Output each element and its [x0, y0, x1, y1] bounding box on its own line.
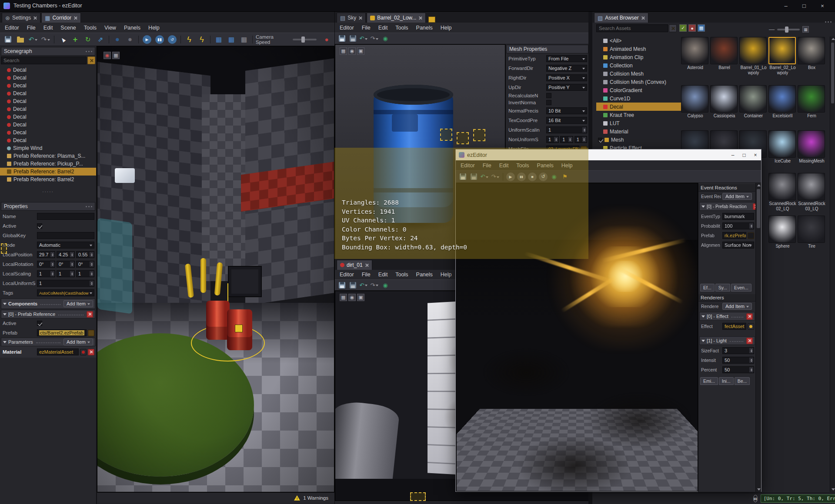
position-z-field[interactable]: 0.55 — [76, 251, 94, 258]
spinner[interactable] — [90, 271, 94, 276]
asset-thumbnail-cell[interactable]: Sphere — [768, 216, 797, 249]
collapse-icon[interactable] — [3, 313, 7, 317]
undo-button[interactable]: ↶ — [28, 34, 38, 45]
transform-assets-icon[interactable]: ✓ — [679, 24, 687, 32]
tab-asset-browser[interactable]: ▧ Asset Browser — [594, 13, 648, 23]
type-filter-checkbox[interactable] — [598, 138, 602, 142]
panel-tab[interactable]: Be... — [735, 377, 750, 385]
view-options-icon[interactable]: ▦ — [802, 26, 809, 33]
asset-thumbnail-cell-selected[interactable]: Barrel_02_Lowpoly — [768, 37, 797, 76]
menu-item[interactable]: Help — [144, 23, 164, 33]
spinner[interactable] — [749, 348, 753, 353]
camera-icon[interactable]: ◉ — [348, 294, 356, 301]
globalkey-field[interactable] — [37, 232, 94, 239]
tab-sky[interactable]: ▤ Sky — [337, 13, 366, 23]
spinner[interactable] — [70, 252, 74, 257]
nonuniform-x-field[interactable]: 1 — [546, 136, 559, 143]
save-button[interactable] — [337, 34, 346, 43]
simulate-button[interactable]: ↺ — [167, 34, 177, 45]
close-button[interactable]: × — [813, 0, 832, 11]
menu-item[interactable]: Panels — [412, 23, 437, 33]
asset-thumbnail-cell[interactable]: IceCube — [768, 130, 797, 164]
undo-button[interactable]: ↶ — [359, 34, 368, 43]
save-all-button[interactable] — [348, 34, 357, 43]
world-space-button[interactable]: ● — [112, 34, 123, 45]
menu-item[interactable]: Panels — [120, 23, 144, 33]
box-icon[interactable]: ▣ — [357, 294, 364, 301]
menu-item[interactable]: File — [358, 23, 374, 33]
percentage-field[interactable]: 50 — [722, 366, 754, 373]
asset-type-item[interactable]: LUT — [596, 119, 681, 127]
scale-tool-button[interactable]: ⇗ — [95, 34, 106, 45]
scene-viewport-3d[interactable]: ◉ ▦ — [97, 46, 334, 492]
scenegraph-item[interactable]: Decal — [0, 90, 96, 97]
collapse-icon[interactable] — [3, 341, 7, 345]
asset-thumbnail-cell[interactable]: ScannedRock03_LQ — [798, 173, 826, 212]
scenegraph-item[interactable]: Decal — [0, 66, 96, 74]
menu-item[interactable]: Panels — [412, 270, 437, 279]
uniform-scale-field[interactable]: 1 — [37, 280, 94, 287]
grid-view-icon[interactable]: ▦ — [698, 24, 705, 32]
asset-thumbnail-cell[interactable]: Barrel_01_Lowpoly — [739, 37, 768, 76]
failed-assets-icon[interactable]: ● — [688, 24, 696, 32]
scenegraph-item[interactable]: Prefab Reference: Plasma_S... — [0, 152, 96, 160]
effect-field[interactable]: fectAsset — [722, 323, 746, 330]
spinner[interactable] — [70, 262, 74, 267]
scale-x-field[interactable]: 1 — [37, 270, 55, 277]
collapse-icon[interactable] — [701, 315, 705, 319]
scenegraph-item[interactable]: Decal — [0, 82, 96, 90]
snap-grid-button[interactable]: ▦ — [214, 34, 224, 45]
web-export-button[interactable]: ◉ — [381, 34, 390, 43]
asset-thumbnail-cell[interactable]: Fern — [798, 85, 826, 119]
prefab-field[interactable]: rk.ezPrefab — [722, 232, 746, 239]
add-event-reaction-button[interactable]: Add Item — [722, 193, 752, 200]
web-export-button[interactable]: ◉ — [381, 281, 390, 289]
alignment-select[interactable]: Surface Non — [722, 242, 754, 249]
primitive-type-select[interactable]: From File — [546, 55, 587, 62]
tags-select[interactable]: AutoColMesh|CastShadow — [37, 289, 94, 296]
asset-thumbnail-cell[interactable]: Barrel — [710, 37, 738, 70]
renderer0-section-header[interactable]: [0] - Effect — [699, 312, 755, 321]
spinner[interactable] — [582, 137, 586, 142]
scroll-down-icon[interactable] — [757, 488, 761, 491]
close-tab-icon[interactable] — [641, 16, 645, 20]
asset-thumbnail-cell[interactable]: Box — [798, 37, 826, 70]
browse-asset-button[interactable] — [88, 330, 94, 336]
camera-icon[interactable]: ◉ — [104, 52, 111, 59]
component0-section-header[interactable]: [0] - Prefab Reference — [1, 310, 95, 318]
menu-item[interactable]: Edit — [374, 23, 392, 33]
name-field[interactable] — [37, 213, 94, 220]
close-tab-icon[interactable] — [358, 16, 362, 20]
asset-thumbnail-cell[interactable]: ScannedRock02_LQ — [768, 173, 797, 212]
spinner[interactable] — [749, 223, 753, 229]
scroll-down-icon[interactable] — [832, 488, 835, 491]
clear-search-button[interactable] — [669, 24, 677, 32]
panel-tab[interactable]: Emi... — [700, 377, 718, 385]
panel-scrollbar[interactable] — [755, 183, 761, 492]
redo-button[interactable]: ↷ — [370, 281, 379, 289]
scenegraph-item[interactable]: Decal — [0, 97, 96, 105]
menu-item[interactable]: File — [358, 270, 374, 279]
rotate-tool-button[interactable]: ↻ — [83, 34, 93, 45]
scenegraph-item[interactable]: Decal — [0, 136, 96, 144]
scenegraph-item[interactable]: Decal — [0, 105, 96, 113]
scenegraph-item[interactable]: Prefab Reference: Pickup_P... — [0, 160, 96, 168]
menu-item[interactable]: Editor — [457, 160, 479, 170]
scenegraph-item[interactable]: Prefab Reference: Barrel2 — [0, 176, 96, 183]
effect-asset-button[interactable] — [748, 323, 754, 330]
up-dir-select[interactable]: Positive Y — [546, 84, 587, 91]
close-tab-icon[interactable] — [33, 16, 37, 20]
menu-item[interactable]: Tools — [391, 270, 412, 279]
asset-thumbnail-cell[interactable]: Tire — [798, 216, 826, 249]
asset-search-input[interactable] — [596, 24, 668, 32]
nonuniform-y-field[interactable]: 1 — [560, 136, 573, 143]
prefab-field[interactable]: cts/Barrel2.ezPrefab — [37, 329, 87, 336]
add-renderer-button[interactable]: Add Item — [722, 303, 752, 310]
minimize-button[interactable]: – — [777, 0, 795, 11]
save-button[interactable] — [3, 34, 13, 45]
close-button[interactable]: × — [750, 150, 761, 160]
menu-item[interactable]: Tools — [512, 160, 533, 170]
menu-item[interactable]: Help — [437, 270, 456, 279]
menu-item[interactable]: Edit — [40, 23, 57, 33]
rotation-x-field[interactable]: 0° — [37, 261, 55, 268]
